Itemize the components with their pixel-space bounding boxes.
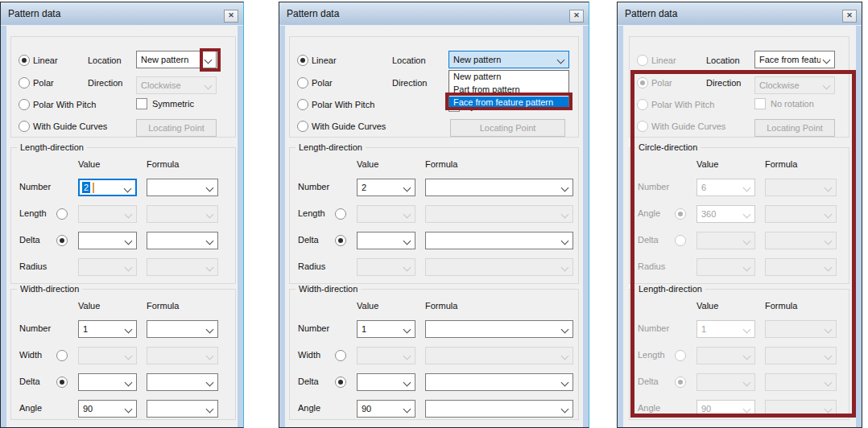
radio-delta[interactable] [335,235,346,246]
title-bar[interactable]: Pattern data ✕ [618,2,862,26]
number-formula-combobox[interactable] [147,320,218,338]
dropdown-item-face-from-feature-pattern[interactable]: Face from feature pattern [449,97,568,109]
delta-formula-combobox[interactable] [147,373,218,391]
chevron-down-icon[interactable] [403,379,411,387]
symmetric-checkbox[interactable] [136,98,147,109]
radio-polar[interactable] [19,77,30,88]
direction-label: Direction [392,78,427,88]
chevron-down-icon[interactable] [206,237,214,245]
value-header: Value [357,159,378,170]
delta-value-combobox[interactable] [357,232,415,249]
delta-formula-combobox[interactable] [425,373,573,391]
radio-with-guide-curves[interactable] [19,121,30,132]
close-button[interactable]: ✕ [224,10,238,23]
chevron-down-icon[interactable] [205,56,213,64]
close-button[interactable]: ✕ [569,10,584,23]
delta-value-combobox[interactable] [78,232,137,249]
radio-linear-label: Linear [312,56,337,66]
radio-polar-with-pitch[interactable] [297,99,308,110]
radio-linear-label: Linear [651,56,676,66]
angle-value-combobox[interactable]: 90 [78,400,137,418]
number-value-combobox: 1 [696,320,755,338]
chevron-down-icon[interactable] [403,405,411,414]
number-value-combobox[interactable]: 1 [357,320,415,338]
chevron-down-icon[interactable] [206,326,214,334]
radio-polar-with-pitch[interactable] [19,99,30,110]
chevron-down-icon[interactable] [403,184,411,192]
radio-length[interactable] [56,208,68,220]
chevron-down-icon[interactable] [403,326,411,334]
row-label: Radius [298,261,325,272]
angle-formula-combobox[interactable] [425,400,573,418]
value-header: Value [696,159,718,170]
formula-header: Formula [425,159,457,170]
number-formula-combobox[interactable] [425,179,573,196]
chevron-down-icon [206,264,214,272]
value-header: Value [696,301,718,311]
chevron-down-icon[interactable] [125,237,133,245]
title-bar[interactable]: Pattern data ✕ [1,2,243,26]
dropdown-item-part-from-pattern[interactable]: Part from pattern [449,84,568,97]
row-label: Length [19,208,47,219]
location-combobox[interactable]: Face from feature pattern [754,51,835,68]
window-frame-right [856,26,862,427]
chevron-down-icon[interactable] [125,405,133,414]
chevron-down-icon [825,405,833,414]
chevron-down-icon[interactable] [561,379,569,387]
chevron-down-icon[interactable] [206,379,214,387]
delta-formula-combobox[interactable] [425,232,573,249]
close-button[interactable]: ✕ [842,10,857,23]
radio-width[interactable] [335,350,346,361]
delta-formula-combobox[interactable] [147,232,218,249]
no-rotation-checkbox-label: No rotation [771,99,814,109]
radio-width[interactable] [56,350,68,361]
radio-delta[interactable] [56,235,68,246]
location-combobox[interactable]: New pattern [136,51,217,68]
direction-label: Direction [706,78,741,88]
chevron-down-icon[interactable] [125,326,133,334]
row-label: Radius [638,261,665,272]
dropdown-item-new-pattern[interactable]: New pattern [449,71,568,84]
number-value-combobox[interactable]: 2 [78,179,137,196]
number-value-combobox[interactable]: 2 [357,179,415,196]
window-frame-left [618,26,623,427]
radio-linear[interactable] [19,55,30,66]
number-formula-combobox[interactable] [425,320,573,338]
radio-delta[interactable] [335,377,346,388]
radio-linear-label: Linear [33,56,58,66]
radio-delta[interactable] [56,377,68,388]
chevron-down-icon[interactable] [561,184,569,192]
chevron-down-icon[interactable] [124,185,132,193]
delta-value-combobox[interactable] [78,373,137,391]
pattern-data-dialog-right: Pattern data ✕ Linear Location Face from… [617,2,862,428]
title-bar[interactable]: Pattern data ✕ [279,2,589,26]
chevron-down-icon[interactable] [823,56,831,64]
angle-value-combobox[interactable]: 90 [357,400,415,418]
chevron-down-icon[interactable] [206,184,214,192]
radio-length[interactable] [335,208,346,220]
number-formula-combobox[interactable] [147,179,218,196]
length-value-combobox [357,205,415,223]
delta-value-combobox[interactable] [357,373,415,391]
chevron-down-icon[interactable] [561,405,569,414]
close-icon: ✕ [843,10,856,21]
radio-polar-with-pitch-label: Polar With Pitch [33,100,96,110]
chevron-down-icon[interactable] [561,237,569,245]
chevron-down-icon[interactable] [561,326,569,334]
number-value-combobox[interactable]: 1 [78,320,137,338]
radius-formula-combobox [425,258,573,276]
chevron-down-icon[interactable] [403,237,411,245]
angle-formula-combobox[interactable] [147,400,218,418]
location-combobox-open[interactable]: New pattern [448,51,569,68]
radio-polar-label: Polar [33,78,54,88]
value-header: Value [357,301,378,311]
length-direction-group: Length-direction Value Formula Number 1 … [629,289,849,420]
chevron-down-icon [743,326,751,334]
chevron-down-icon[interactable] [206,405,214,414]
radio-with-guide-curves[interactable] [297,121,308,132]
chevron-down-icon[interactable] [557,56,565,64]
radio-polar[interactable] [297,77,308,88]
window-title: Pattern data [8,8,60,19]
radio-linear[interactable] [297,55,308,66]
chevron-down-icon[interactable] [125,379,133,387]
